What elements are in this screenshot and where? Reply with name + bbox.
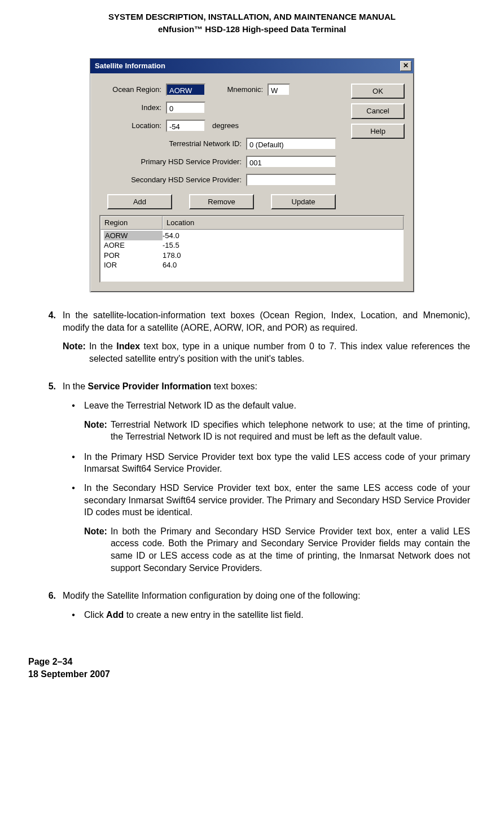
primary-label: Primary HSD Service Provider: bbox=[99, 157, 246, 167]
help-button[interactable]: Help bbox=[351, 124, 405, 139]
step-5: 5. In the Service Provider Information t… bbox=[31, 380, 470, 582]
header-line-2: eNfusion™ HSD-128 High-speed Data Termin… bbox=[28, 24, 476, 35]
close-icon[interactable]: ✕ bbox=[400, 61, 411, 71]
step-4: 4. In the satellite-location-information… bbox=[31, 309, 470, 372]
dialog-title: Satellite Information bbox=[95, 61, 165, 71]
ocean-region-label: Ocean Region: bbox=[99, 85, 166, 95]
cancel-button[interactable]: Cancel bbox=[351, 103, 405, 119]
primary-input[interactable]: 001 bbox=[246, 156, 336, 168]
secondary-input[interactable] bbox=[246, 174, 336, 186]
index-input[interactable]: 0 bbox=[166, 102, 205, 114]
ok-button[interactable]: OK bbox=[351, 84, 405, 99]
terrestrial-input[interactable]: 0 (Default) bbox=[246, 138, 336, 150]
list-header: Region Location bbox=[100, 216, 404, 230]
list-row[interactable]: IOR 64.0 bbox=[100, 260, 404, 270]
header-line-1: SYSTEM DESCRIPTION, INSTALLATION, AND MA… bbox=[28, 11, 476, 23]
page-number: Page 2–34 bbox=[28, 656, 476, 668]
index-label: Index: bbox=[99, 103, 166, 113]
mnemonic-input[interactable]: W bbox=[268, 84, 290, 96]
region-header[interactable]: Region bbox=[100, 216, 163, 230]
satellite-info-dialog: Satellite Information ✕ OK Cancel Help O… bbox=[90, 58, 414, 293]
degrees-label: degrees bbox=[205, 121, 243, 131]
mnemonic-label: Mnemonic: bbox=[205, 85, 268, 95]
step-6: 6. Modify the Satellite Information conf… bbox=[31, 590, 470, 627]
page-footer: Page 2–34 18 September 2007 bbox=[28, 656, 476, 680]
document-header: SYSTEM DESCRIPTION, INSTALLATION, AND MA… bbox=[28, 11, 476, 36]
dialog-titlebar: Satellite Information ✕ bbox=[90, 59, 414, 73]
terrestrial-label: Terrestrial Network ID: bbox=[99, 139, 246, 149]
ocean-region-input[interactable]: AORW bbox=[166, 84, 205, 96]
screenshot-figure: Satellite Information ✕ OK Cancel Help O… bbox=[28, 58, 476, 293]
body-text: 4. In the satellite-location-information… bbox=[28, 309, 476, 627]
remove-button[interactable]: Remove bbox=[189, 194, 254, 210]
satellite-list[interactable]: Region Location AORW -54.0 AORE -15.5 PO… bbox=[99, 215, 405, 283]
page-date: 18 September 2007 bbox=[28, 668, 476, 681]
update-button[interactable]: Update bbox=[271, 194, 336, 210]
location-input[interactable]: -54 bbox=[166, 120, 205, 132]
location-header[interactable]: Location bbox=[163, 216, 404, 230]
list-row[interactable]: AORE -15.5 bbox=[100, 240, 404, 251]
secondary-label: Secondary HSD Service Provider: bbox=[99, 175, 246, 185]
location-label: Location: bbox=[99, 121, 166, 131]
list-row[interactable]: AORW -54.0 bbox=[100, 231, 404, 241]
add-button[interactable]: Add bbox=[107, 194, 172, 210]
list-row[interactable]: POR 178.0 bbox=[100, 251, 404, 261]
